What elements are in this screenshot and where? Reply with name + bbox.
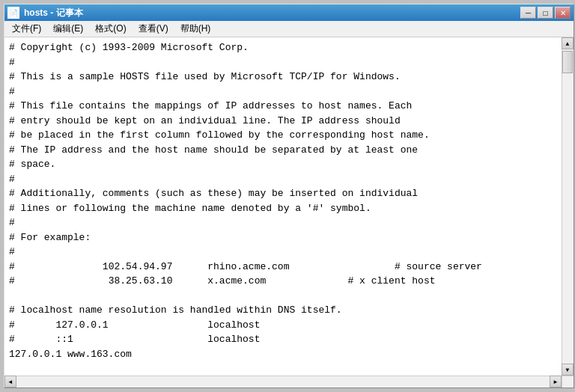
restore-button[interactable]: □ bbox=[538, 7, 553, 19]
scroll-up-button[interactable]: ▲ bbox=[562, 37, 574, 49]
app-icon: 📄 bbox=[7, 7, 19, 19]
scroll-thumb-vertical[interactable] bbox=[562, 51, 573, 73]
close-button[interactable]: ✕ bbox=[555, 7, 571, 19]
menu-view[interactable]: 查看(V) bbox=[133, 21, 174, 37]
content-wrapper: # Copyright (c) 1993-2009 Microsoft Corp… bbox=[4, 37, 574, 388]
scrollbar-corner bbox=[562, 376, 574, 388]
menu-format[interactable]: 格式(O) bbox=[89, 21, 132, 37]
text-editor[interactable]: # Copyright (c) 1993-2009 Microsoft Corp… bbox=[4, 37, 562, 376]
menu-edit[interactable]: 编辑(E) bbox=[47, 21, 89, 37]
menu-help[interactable]: 帮助(H) bbox=[174, 21, 217, 37]
main-window: 📄 hosts - 记事本 ─ □ ✕ 文件(F) 编辑(E) 格式(O) 查看… bbox=[4, 4, 574, 388]
horizontal-scrollbar[interactable]: ◄ ► bbox=[4, 376, 562, 388]
window-title: hosts - 记事本 bbox=[24, 7, 83, 19]
scroll-right-button[interactable]: ► bbox=[550, 376, 562, 388]
menu-file[interactable]: 文件(F) bbox=[6, 21, 47, 37]
title-buttons: ─ □ ✕ bbox=[520, 7, 571, 19]
vertical-scrollbar[interactable]: ▲ ▼ bbox=[562, 37, 574, 388]
minimize-button[interactable]: ─ bbox=[520, 7, 536, 19]
scroll-left-button[interactable]: ◄ bbox=[4, 376, 16, 388]
title-bar-left: 📄 hosts - 记事本 bbox=[7, 7, 83, 19]
menu-bar: 文件(F) 编辑(E) 格式(O) 查看(V) 帮助(H) bbox=[4, 21, 574, 37]
scroll-down-button[interactable]: ▼ bbox=[562, 364, 574, 376]
file-content: # Copyright (c) 1993-2009 Microsoft Corp… bbox=[9, 40, 557, 361]
title-bar: 📄 hosts - 记事本 ─ □ ✕ bbox=[4, 4, 574, 21]
